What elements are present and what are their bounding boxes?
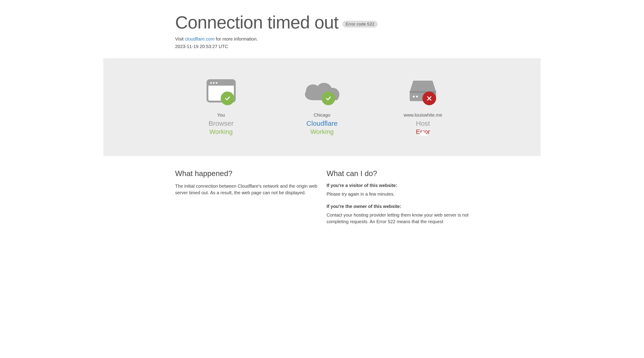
check-icon bbox=[322, 92, 335, 105]
svg-point-4 bbox=[213, 82, 214, 84]
error-title: Connection timed out bbox=[175, 13, 338, 32]
what-can-i-do-col: What can I do? If you're a visitor of th… bbox=[326, 169, 469, 232]
svg-rect-2 bbox=[208, 84, 235, 86]
cloud-icon bbox=[299, 76, 345, 104]
what-can-i-do-title: What can I do? bbox=[326, 169, 469, 178]
browser-label: Browser bbox=[208, 120, 234, 127]
timestamp: 2023-11-19 20:53:27 UTC bbox=[175, 44, 469, 49]
status-host: www.louiswhite.me Host Error bbox=[377, 76, 469, 136]
status-cloudflare: Chicago Cloudflare Working bbox=[276, 76, 368, 136]
cloudflare-subtext: Chicago bbox=[314, 112, 330, 118]
svg-point-9 bbox=[416, 96, 418, 98]
cloudflare-label-link[interactable]: Cloudflare bbox=[306, 120, 338, 127]
error-code-badge: Error code 522 bbox=[342, 21, 378, 28]
browser-subtext: You bbox=[217, 112, 225, 118]
error-header: Connection timed out Error code 522 Visi… bbox=[175, 0, 469, 58]
what-happened-body: The initial connection between Cloudflar… bbox=[175, 183, 318, 196]
svg-point-5 bbox=[216, 82, 217, 84]
what-happened-title: What happened? bbox=[175, 169, 318, 178]
content-section: What happened? The initial connection be… bbox=[175, 156, 469, 245]
check-icon bbox=[221, 92, 234, 105]
owner-body: Contact your hosting provider letting th… bbox=[326, 212, 469, 225]
cloudflare-status: Working bbox=[310, 128, 334, 136]
browser-status: Working bbox=[210, 128, 233, 136]
visitor-body: Please try again in a few minutes. bbox=[326, 191, 469, 198]
svg-point-3 bbox=[210, 82, 212, 84]
arrow-down-icon bbox=[418, 131, 428, 136]
visit-line: Visit cloudflare.com for more informatio… bbox=[175, 36, 469, 42]
visitor-heading: If you're a visitor of this website: bbox=[326, 183, 469, 188]
server-icon bbox=[400, 76, 446, 104]
owner-heading: If you're the owner of this website: bbox=[326, 204, 469, 209]
cloudflare-link[interactable]: cloudflare.com bbox=[185, 36, 214, 42]
svg-point-8 bbox=[413, 96, 415, 98]
browser-icon bbox=[198, 76, 244, 104]
what-happened-col: What happened? The initial connection be… bbox=[175, 169, 318, 232]
host-subtext: www.louiswhite.me bbox=[404, 112, 442, 118]
visit-prefix: Visit bbox=[175, 36, 185, 42]
x-icon bbox=[422, 92, 436, 105]
host-label: Host bbox=[416, 120, 430, 127]
status-browser: You Browser Working bbox=[175, 76, 267, 136]
visit-suffix: for more information. bbox=[214, 36, 258, 42]
status-band: You Browser Working Chicago Cloudflare W… bbox=[104, 58, 540, 156]
